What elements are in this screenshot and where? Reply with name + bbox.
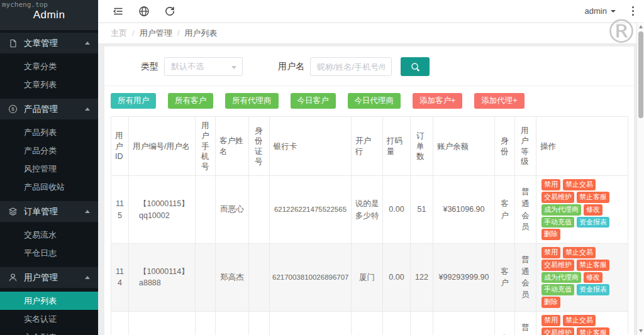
cell-balance: ¥99293999.90	[433, 244, 495, 312]
chevron-up-icon	[85, 107, 90, 111]
collapse-sidebar-icon[interactable]	[113, 6, 124, 17]
type-select-value: 默认不选	[171, 62, 204, 71]
sidebar-item-文章分类[interactable]: 文章分类	[0, 57, 98, 75]
action-button-禁用[interactable]: 禁用	[541, 247, 560, 258]
sidebar-item-产品列表[interactable]: 产品列表	[0, 123, 98, 141]
sidebar-item-交易流水[interactable]: 交易流水	[0, 226, 98, 244]
scroll-up-arrow[interactable]	[639, 25, 643, 28]
users-table: 用户ID用户编号/用户名用户手机号客户姓名身份证号银行卡开户行打码量订单数账户余…	[111, 116, 628, 335]
action-button-成为代理商[interactable]: 成为代理商	[541, 272, 581, 283]
action-button-禁止交易[interactable]: 禁止交易	[563, 315, 596, 326]
username-input[interactable]	[310, 57, 392, 76]
sidebar-submenu: 文章分类文章列表	[0, 55, 98, 96]
breadcrumb-item-主页[interactable]: 主页	[111, 28, 127, 38]
action-button-禁止交易[interactable]: 禁止交易	[563, 179, 596, 190]
sidebar-submenu: 用户列表实名认证入金列表	[0, 289, 98, 335]
action-button-修改[interactable]: 修改	[584, 272, 602, 283]
filter-button-所有客户[interactable]: 所有客户	[168, 93, 213, 109]
filter-button-添加客户+[interactable]: 添加客户+	[413, 93, 462, 109]
action-button-禁止交易[interactable]: 禁止交易	[563, 247, 596, 258]
sidebar-item-风控管理[interactable]: 风控管理	[0, 160, 98, 178]
column-header-开户行: 开户行	[352, 117, 383, 176]
sidebar-item-文章列表[interactable]: 文章列表	[0, 75, 98, 94]
sidebar-section-订单管理[interactable]: 订单管理	[0, 201, 98, 222]
action-button-删除[interactable]: 删除	[541, 297, 560, 308]
cell-actions: 禁用禁止交易交易维护禁止客服成为代理商修改手动充值资金报表删除	[536, 244, 628, 312]
sidebar-item-入金列表[interactable]: 入金列表	[0, 328, 98, 335]
sidebar-menu: 文章管理文章分类文章列表$产品管理产品列表产品分类风控管理产品回收站订单管理交易…	[0, 33, 98, 335]
sidebar-section-文章管理[interactable]: 文章管理	[0, 33, 98, 53]
action-button-禁止客服[interactable]: 禁止客服	[577, 192, 609, 203]
action-button-资金报表[interactable]: 资金报表	[577, 217, 609, 228]
column-header-打码量: 打码量	[383, 117, 411, 176]
filter-button-今日客户[interactable]: 今日客户	[291, 93, 336, 109]
sidebar-item-用户列表[interactable]: 用户列表	[0, 292, 98, 310]
cell-coding-volume: 0.00	[383, 176, 411, 244]
filter-button-所有代理商[interactable]: 所有代理商	[225, 93, 279, 109]
sidebar-section-用户管理[interactable]: 用户管理	[0, 267, 98, 288]
breadcrumb-item-用户列表: 用户列表	[184, 28, 217, 38]
action-button-交易维护[interactable]: 交易维护	[541, 260, 574, 271]
refresh-icon[interactable]	[164, 6, 175, 17]
chevron-up-icon	[85, 210, 90, 213]
action-button-禁止客服[interactable]: 禁止客服	[577, 327, 609, 335]
cell-user-level: 普通会员	[515, 244, 536, 312]
sidebar-item-平仓日志[interactable]: 平仓日志	[0, 244, 98, 262]
filter-row: 类型 默认不选 用户名	[104, 47, 634, 85]
cell-id-card	[249, 311, 270, 335]
cell-user-code-name: 【10000114】 a8888	[129, 244, 196, 312]
cell-balance: ¥361096.90	[433, 176, 495, 244]
sidebar-submenu: 交易流水平仓日志	[0, 223, 98, 265]
cell-user-level: 普通会员	[515, 311, 536, 335]
action-button-禁止客服[interactable]: 禁止客服	[577, 260, 609, 271]
action-button-交易维护[interactable]: 交易维护	[541, 327, 574, 335]
sidebar: Admin 文章管理文章分类文章列表$产品管理产品列表产品分类风控管理产品回收站…	[0, 0, 98, 335]
sidebar-section-label: 产品管理	[24, 104, 85, 115]
money-icon: $	[8, 104, 18, 114]
quick-filter-buttons: 所有用户所有客户所有代理商今日客户今日代理商添加客户+添加代理+	[104, 86, 634, 116]
cell-phone	[196, 176, 216, 244]
table-row: 114【10000114】 a8888郑高杰621700381002689670…	[111, 244, 628, 312]
breadcrumb-item-用户管理[interactable]: 用户管理	[140, 28, 172, 38]
sidebar-submenu: 产品列表产品分类风控管理产品回收站	[0, 121, 98, 199]
action-button-资金报表[interactable]: 资金报表	[577, 284, 609, 295]
vertical-scrollbar[interactable]	[636, 23, 644, 335]
action-button-成为代理商[interactable]: 成为代理商	[541, 204, 581, 216]
chevron-up-icon	[85, 41, 90, 45]
column-header-用户手机号: 用户手机号	[196, 117, 216, 176]
filter-button-添加代理+[interactable]: 添加代理+	[474, 93, 524, 109]
action-button-禁用[interactable]: 禁用	[541, 179, 560, 190]
sidebar-section-产品管理[interactable]: $产品管理	[0, 99, 98, 119]
column-header-用户编号/用户名: 用户编号/用户名	[129, 117, 196, 176]
action-button-交易维护[interactable]: 交易维护	[541, 192, 574, 203]
action-button-修改[interactable]: 修改	[584, 204, 602, 216]
action-button-删除[interactable]: 删除	[541, 229, 560, 240]
cell-identity: 客户	[495, 176, 515, 244]
cell-bank-card: 621226221475522565	[270, 176, 352, 244]
action-button-手动充值[interactable]: 手动充值	[541, 217, 574, 228]
sidebar-item-实名认证[interactable]: 实名认证	[0, 310, 98, 328]
scrollbar-thumb[interactable]	[638, 31, 643, 118]
column-header-客户姓名: 客户姓名	[216, 117, 249, 176]
table-row: 115【10000115】 qq10002而恶心6212262214755225…	[111, 176, 628, 244]
cell-order-count: 56	[411, 311, 433, 335]
sidebar-item-产品分类[interactable]: 产品分类	[0, 141, 98, 160]
filter-button-今日代理商[interactable]: 今日代理商	[348, 93, 401, 109]
sidebar-section-label: 订单管理	[24, 206, 85, 217]
column-header-银行卡: 银行卡	[270, 117, 352, 176]
svg-text:$: $	[11, 106, 14, 112]
globe-icon[interactable]	[138, 6, 150, 17]
cell-coding-volume: 0.00	[383, 244, 411, 312]
action-button-手动充值[interactable]: 手动充值	[541, 284, 574, 295]
filter-button-所有用户[interactable]: 所有用户	[111, 93, 156, 109]
table-header-row: 用户ID用户编号/用户名用户手机号客户姓名身份证号银行卡开户行打码量订单数账户余…	[111, 117, 628, 176]
action-button-禁用[interactable]: 禁用	[541, 315, 560, 326]
chevron-down-icon	[231, 66, 236, 69]
scroll-down-arrow[interactable]	[639, 329, 643, 332]
chevron-up-icon	[85, 276, 90, 279]
search-button[interactable]	[401, 57, 430, 76]
sidebar-item-产品回收站[interactable]: 产品回收站	[0, 178, 98, 196]
type-select[interactable]: 默认不选	[164, 57, 243, 76]
cell-identity: 客户	[495, 244, 515, 312]
cell-coding-volume: 0.00	[383, 311, 411, 335]
